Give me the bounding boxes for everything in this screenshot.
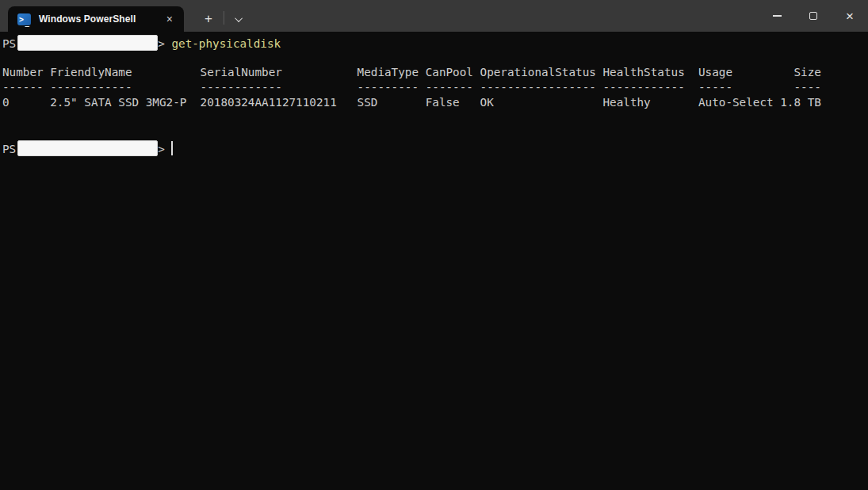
titlebar-drag-area[interactable] [251,0,759,32]
tab-bar-separator [224,11,224,25]
chevron-down-icon [235,14,243,22]
tab-windows-powershell[interactable]: >_ Windows PowerShell × [8,6,184,32]
redacted-path-box [17,35,158,51]
text-cursor [171,141,173,155]
command-text: get-physicaldisk [171,37,281,50]
table-row-line: 0 2.5" SATA SSD 3MG2-P 20180324AA1127110… [2,95,868,110]
plus-icon: + [205,11,212,27]
tab-title: Windows PowerShell [39,13,162,25]
prompt-prefix: PS [2,143,16,155]
tab-dropdown-button[interactable] [228,8,251,30]
close-icon: × [846,10,854,23]
close-button[interactable]: × [832,0,868,32]
minimize-icon [773,15,782,17]
titlebar[interactable]: >_ Windows PowerShell × + × [0,0,868,32]
prompt-suffix: > [158,37,171,50]
minimize-button[interactable] [759,0,795,32]
maximize-button[interactable] [795,0,832,32]
terminal-window: >_ Windows PowerShell × + × PS> get-phys… [0,0,868,490]
blank-line [2,50,868,65]
table-separator-line: ------ ------------ ------------ -------… [2,80,868,95]
blank-line [2,125,868,140]
maximize-icon [809,12,817,20]
table-header-line: Number FriendlyName SerialNumber MediaTy… [2,65,868,80]
powershell-icon: >_ [17,13,31,25]
terminal-content[interactable]: PS> get-physicaldisk Number FriendlyName… [0,32,868,490]
prompt-prefix: PS [2,37,16,50]
prompt-suffix: > [158,143,171,155]
command-line: PS> get-physicaldisk [2,35,868,50]
tab-close-icon[interactable]: × [162,12,178,26]
redacted-path-box [17,140,158,156]
new-tab-button[interactable]: + [197,8,220,30]
blank-line [2,110,868,125]
powershell-icon-underscore: _ [25,21,29,25]
prompt-line: PS> [2,140,868,155]
powershell-icon-arrow: > [19,13,24,25]
